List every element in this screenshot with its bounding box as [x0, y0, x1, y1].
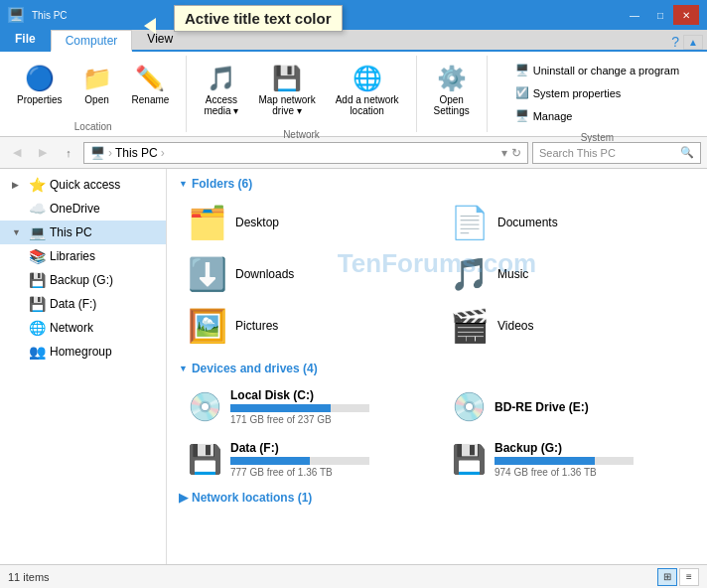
properties-button[interactable]: 🔵 Properties: [8, 60, 71, 110]
map-network-drive-button[interactable]: 💾 Map networkdrive ▾: [249, 60, 324, 121]
system-buttons: 🖥️ Uninstall or change a program ☑️ Syst…: [508, 56, 686, 130]
details-view-button[interactable]: ≡: [679, 568, 699, 586]
drive-g-free: 974 GB free of 1.36 TB: [495, 467, 686, 478]
dataf-icon: 💾: [28, 296, 46, 312]
help-button[interactable]: ?: [671, 34, 679, 50]
drive-icon-path: 🖥️: [90, 146, 105, 160]
folder-downloads[interactable]: ⬇️ Downloads: [179, 250, 433, 298]
forward-button[interactable]: ▶: [32, 142, 54, 164]
tab-file[interactable]: File: [0, 28, 51, 50]
location-buttons: 🔵 Properties 📁 Open ✏️ Rename: [8, 56, 178, 117]
sidebar-item-quickaccess[interactable]: ▶ ⭐ Quick access: [0, 173, 166, 197]
dataf-label: Data (F:): [50, 297, 158, 311]
large-icons-view-button[interactable]: ⊞: [657, 568, 677, 586]
drive-f-info: Data (F:) 777 GB free of 1.36 TB: [230, 441, 422, 478]
videos-icon: 🎬: [450, 307, 490, 345]
manage-button[interactable]: 🖥️ Manage: [508, 105, 686, 126]
drives-section-header[interactable]: ▼ Devices and drives (4): [179, 362, 695, 375]
access-media-button[interactable]: 🎵 Accessmedia ▾: [195, 60, 247, 121]
manage-label: Manage: [533, 110, 573, 122]
uninstall-label: Uninstall or change a program: [533, 65, 679, 76]
drive-c[interactable]: 💿 Local Disk (C:) 171 GB free of 237 GB: [179, 383, 431, 430]
search-box[interactable]: Search This PC 🔍: [532, 142, 701, 164]
folder-desktop[interactable]: 🗂️ Desktop: [179, 199, 433, 246]
folders-section-label: Folders (6): [192, 177, 252, 191]
folder-videos[interactable]: 🎬 Videos: [441, 302, 695, 350]
view-buttons: ⊞ ≡: [657, 568, 699, 586]
drive-e[interactable]: 💿 BD-RE Drive (E:): [443, 383, 695, 430]
minimize-button[interactable]: —: [622, 5, 647, 25]
item-count: 11 items: [8, 571, 50, 583]
drive-c-name: Local Disk (C:): [230, 388, 422, 402]
back-button[interactable]: ◀: [6, 142, 28, 164]
music-icon: 🎵: [450, 255, 490, 293]
path-dropdown-button[interactable]: ▾: [501, 146, 507, 160]
ribbon-group-network: 🎵 Accessmedia ▾ 💾 Map networkdrive ▾ 🌐 A…: [187, 56, 416, 132]
uninstall-button[interactable]: 🖥️ Uninstall or change a program: [508, 60, 686, 80]
open-settings-label: OpenSettings: [434, 94, 470, 116]
quickaccess-arrow: ▶: [12, 180, 24, 190]
tab-computer[interactable]: Computer: [51, 30, 133, 52]
drive-f-free: 777 GB free of 1.36 TB: [230, 467, 422, 478]
quickaccess-icon: ⭐: [28, 177, 46, 193]
add-network-location-button[interactable]: 🌐 Add a networklocation: [327, 60, 408, 121]
onedrive-label: OneDrive: [50, 202, 158, 216]
close-button[interactable]: ✕: [673, 5, 699, 25]
search-placeholder: Search This PC: [539, 147, 616, 159]
address-path[interactable]: 🖥️ › This PC › ▾ ↻: [83, 142, 528, 164]
drive-c-bar: [230, 404, 331, 412]
drive-c-bar-bg: [230, 404, 369, 412]
open-label: Open: [84, 94, 108, 105]
main-area: ▶ ⭐ Quick access ☁️ OneDrive ▼ 💻 This PC…: [0, 169, 707, 564]
sidebar-item-network[interactable]: 🌐 Network: [0, 316, 166, 340]
rename-icon: ✏️: [135, 65, 165, 92]
drive-e-name: BD-RE Drive (E:): [495, 400, 686, 414]
settings-icon: ⚙️: [437, 65, 467, 92]
open-button[interactable]: 📁 Open: [73, 60, 121, 110]
map-drive-label: Map networkdrive ▾: [258, 94, 315, 116]
quickaccess-label: Quick access: [50, 178, 158, 192]
folders-grid: 🗂️ Desktop 📄 Documents ⬇️ Downloads 🎵 Mu…: [179, 199, 695, 350]
location-group-label: Location: [74, 117, 112, 132]
drive-g[interactable]: 💾 Backup (G:) 974 GB free of 1.36 TB: [443, 436, 695, 483]
sidebar: ▶ ⭐ Quick access ☁️ OneDrive ▼ 💻 This PC…: [0, 169, 167, 564]
net-expand-arrow: ▶: [179, 491, 188, 505]
network-group-label: Network: [283, 125, 320, 140]
sidebar-item-libraries[interactable]: 📚 Libraries: [0, 244, 166, 268]
sidebar-item-thispc[interactable]: ▼ 💻 This PC: [0, 220, 166, 244]
rename-button[interactable]: ✏️ Rename: [123, 60, 179, 110]
open-settings-button[interactable]: ⚙️ OpenSettings: [425, 60, 479, 121]
path-end-separator: ›: [161, 146, 165, 160]
homegroup-icon: 👥: [28, 344, 46, 360]
open-icon: 📁: [82, 65, 112, 92]
tooltip-label: Active title text color: [174, 5, 343, 32]
ribbon-group-location: 🔵 Properties 📁 Open ✏️ Rename Location: [0, 56, 187, 132]
properties-label: Properties: [17, 94, 63, 105]
path-refresh-button[interactable]: ↻: [511, 146, 521, 160]
system-properties-button[interactable]: ☑️ System properties: [508, 82, 686, 103]
up-button[interactable]: ↑: [58, 142, 79, 164]
content-area: TenForums.com ▼ Folders (6) 🗂️ Desktop 📄…: [167, 169, 707, 564]
ribbon-tabs: File Computer View ? ▲: [0, 30, 707, 52]
net-locations-label: Network locations (1): [192, 491, 312, 505]
access-media-label: Accessmedia ▾: [204, 94, 238, 116]
sidebar-item-dataf[interactable]: 💾 Data (F:): [0, 292, 166, 316]
folder-documents[interactable]: 📄 Documents: [441, 199, 695, 246]
drive-f-bar: [230, 457, 310, 465]
folder-pictures[interactable]: 🖼️ Pictures: [179, 302, 433, 350]
pictures-icon: 🖼️: [188, 307, 227, 345]
sidebar-item-onedrive[interactable]: ☁️ OneDrive: [0, 197, 166, 220]
status-bar: 11 items ⊞ ≡: [0, 564, 707, 588]
drive-e-info: BD-RE Drive (E:): [495, 400, 686, 414]
ribbon-group-system: 🖥️ Uninstall or change a program ☑️ Syst…: [488, 56, 707, 132]
drive-g-name: Backup (G:): [495, 441, 686, 455]
network-locations-header[interactable]: ▶ Network locations (1): [179, 491, 695, 505]
sidebar-item-homegroup[interactable]: 👥 Homegroup: [0, 340, 166, 364]
drive-f[interactable]: 💾 Data (F:) 777 GB free of 1.36 TB: [179, 436, 431, 483]
ribbon-collapse-button[interactable]: ▲: [683, 35, 703, 50]
maximize-button[interactable]: □: [647, 5, 673, 25]
folders-section-header[interactable]: ▼ Folders (6): [179, 177, 695, 191]
sidebar-item-backup[interactable]: 💾 Backup (G:): [0, 268, 166, 292]
map-drive-icon: 💾: [272, 65, 302, 92]
folder-music[interactable]: 🎵 Music: [441, 250, 695, 298]
